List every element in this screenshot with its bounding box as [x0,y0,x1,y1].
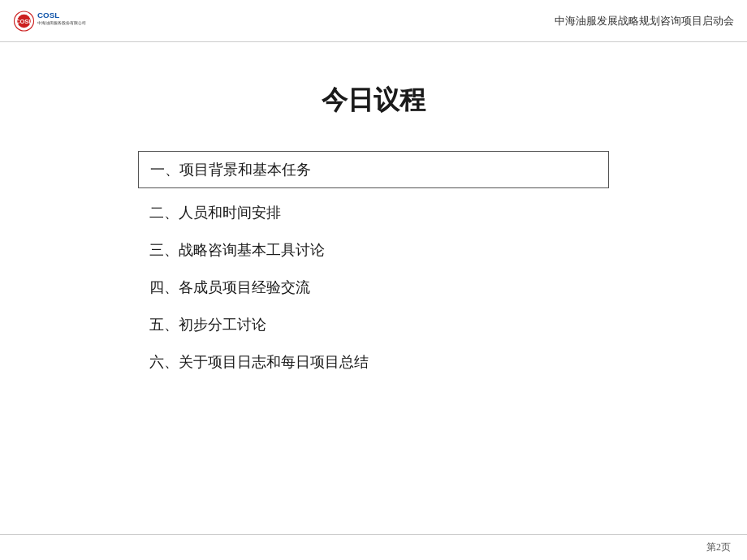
page-title: 今日议程 [322,83,425,118]
agenda-item: 四、各成员项目经验交流 [138,269,609,305]
svg-text:中海油田服务股份有限公司: 中海油田服务股份有限公司 [37,19,86,24]
cosl-logo: COSL COSL 中海油田服务股份有限公司 [13,6,110,36]
logo-area: COSL COSL 中海油田服务股份有限公司 [13,6,110,36]
svg-text:COSL: COSL [15,18,32,25]
page-number: 第2页 [706,541,731,554]
svg-text:COSL: COSL [37,10,59,19]
main-content: 今日议程 一、项目背景和基本任务二、人员和时间安排三、战略咨询基本工具讨论四、各… [0,42,747,381]
header-title: 中海油服发展战略规划咨询项目启动会 [555,14,734,28]
header: COSL COSL 中海油田服务股份有限公司 中海油服发展战略规划咨询项目启动会 [0,0,747,42]
agenda-list: 一、项目背景和基本任务二、人员和时间安排三、战略咨询基本工具讨论四、各成员项目经… [138,151,609,381]
agenda-item: 五、初步分工讨论 [138,307,609,342]
agenda-item: 六、关于项目日志和每日项目总结 [138,344,609,380]
agenda-item: 一、项目背景和基本任务 [138,151,609,188]
footer: 第2页 [0,534,747,560]
agenda-item: 二、人员和时间安排 [138,195,609,230]
agenda-item: 三、战略咨询基本工具讨论 [138,232,609,268]
